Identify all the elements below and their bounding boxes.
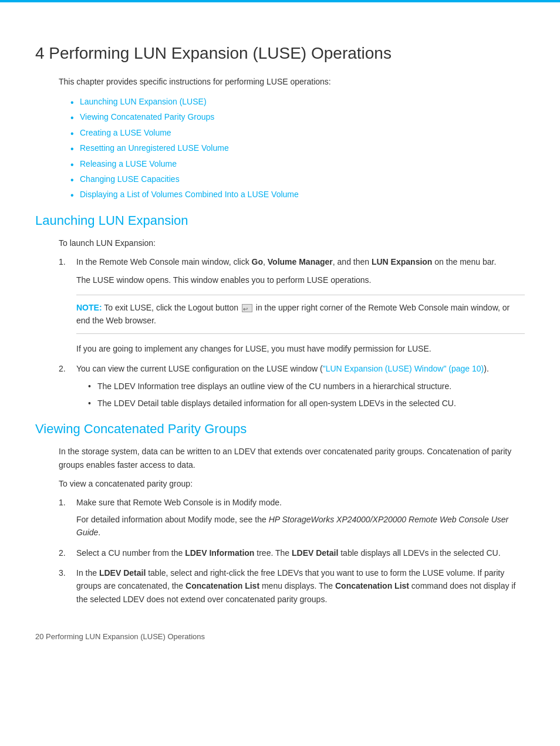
section2-steps: Make sure that Remote Web Console is in … xyxy=(59,496,525,606)
chapter-title: 4 Performing LUN Expansion (LUSE) Operat… xyxy=(35,43,525,63)
page-footer: 20 Performing LUN Expansion (LUSE) Opera… xyxy=(35,632,205,641)
step2-1-sub: For detailed information about Modify mo… xyxy=(76,513,525,539)
bold-ldev-info: LDEV Information xyxy=(185,548,254,558)
step-2: You can view the current LUSE configurat… xyxy=(59,362,525,410)
logout-icon xyxy=(242,304,252,312)
list-item: The LDEV Detail table displays detailed … xyxy=(88,397,525,410)
list-item: Resetting an Unregistered LUSE Volume xyxy=(70,141,525,154)
intro-text: This chapter provides specific instructi… xyxy=(59,75,525,88)
note-box: NOTE: To exit LUSE, click the Logout but… xyxy=(76,295,525,334)
section2-title: Viewing Concatenated Parity Groups xyxy=(35,421,525,437)
toc-link-3[interactable]: Creating a LUSE Volume xyxy=(80,128,171,137)
chapter-toc-list: Launching LUN Expansion (LUSE) Viewing C… xyxy=(70,95,525,201)
luse-window-link[interactable]: "LUN Expansion (LUSE) Window" (page 10) xyxy=(323,364,484,373)
step2-text: You can view the current LUSE configurat… xyxy=(76,364,489,373)
section-viewing: Viewing Concatenated Parity Groups In th… xyxy=(35,421,525,606)
note-label: NOTE: xyxy=(76,303,102,312)
bold-ldev-detail: LDEV Detail xyxy=(292,548,338,558)
step1-text: In the Remote Web Console main window, c… xyxy=(76,257,496,266)
section1-steps: In the Remote Web Console main window, c… xyxy=(59,255,525,410)
step-2-1: Make sure that Remote Web Console is in … xyxy=(59,496,525,539)
toc-link-7[interactable]: Displaying a List of Volumes Combined In… xyxy=(80,190,299,199)
section-launching: Launching LUN Expansion To launch LUN Ex… xyxy=(35,213,525,410)
toc-link-2[interactable]: Viewing Concatenated Parity Groups xyxy=(80,112,214,121)
bold-volume-manager: Volume Manager xyxy=(268,257,333,266)
step-1: In the Remote Web Console main window, c… xyxy=(59,255,525,355)
step1-subtext: The LUSE window opens. This window enabl… xyxy=(76,274,525,286)
page-number: 20 xyxy=(35,632,43,641)
top-border xyxy=(0,0,560,2)
toc-link-4[interactable]: Resetting an Unregistered LUSE Volume xyxy=(80,143,229,153)
page-content: 4 Performing LUN Expansion (LUSE) Operat… xyxy=(0,20,560,653)
step-2-3: In the LDEV Detail table, select and rig… xyxy=(59,566,525,606)
list-item: Launching LUN Expansion (LUSE) xyxy=(70,95,525,108)
section1-title: Launching LUN Expansion xyxy=(35,213,525,228)
italic-guide: HP StorageWorks XP24000/XP20000 Remote W… xyxy=(76,515,508,537)
step2-3-text: In the LDEV Detail table, select and rig… xyxy=(76,568,515,604)
step-2-2: Select a CU number from the LDEV Informa… xyxy=(59,546,525,559)
after-note-text: If you are going to implement any change… xyxy=(76,342,525,355)
list-item: The LDEV Information tree displays an ou… xyxy=(88,380,525,393)
section1-intro: To launch LUN Expansion: xyxy=(59,237,525,249)
bold-concat-list-1: Concatenation List xyxy=(185,581,259,590)
bold-ldev-detail-2: LDEV Detail xyxy=(99,568,146,578)
step2-1-main: Make sure that Remote Web Console is in … xyxy=(76,498,282,507)
step2-2-text: Select a CU number from the LDEV Informa… xyxy=(76,548,501,558)
toc-link-1[interactable]: Launching LUN Expansion (LUSE) xyxy=(80,97,207,106)
list-item: Viewing Concatenated Parity Groups xyxy=(70,110,525,123)
section2-intro1: In the storage system, data can be writt… xyxy=(59,445,525,471)
bold-lun-expansion: LUN Expansion xyxy=(372,257,432,266)
list-item: Changing LUSE Capacities xyxy=(70,173,525,185)
list-item: Releasing a LUSE Volume xyxy=(70,157,525,170)
list-item: Creating a LUSE Volume xyxy=(70,126,525,139)
bold-go: Go xyxy=(252,257,263,266)
note-text-before: To exit LUSE, click the Logout button xyxy=(102,303,241,312)
section2-intro2: To view a concatenated parity group: xyxy=(59,477,525,490)
footer-text: Performing LUN Expansion (LUSE) Operatio… xyxy=(43,632,205,641)
list-item: Displaying a List of Volumes Combined In… xyxy=(70,188,525,201)
bold-concat-list-2: Concatenation List xyxy=(335,581,409,590)
step2-bullets: The LDEV Information tree displays an ou… xyxy=(88,380,525,410)
toc-link-5[interactable]: Releasing a LUSE Volume xyxy=(80,159,177,168)
toc-link-6[interactable]: Changing LUSE Capacities xyxy=(80,174,180,184)
